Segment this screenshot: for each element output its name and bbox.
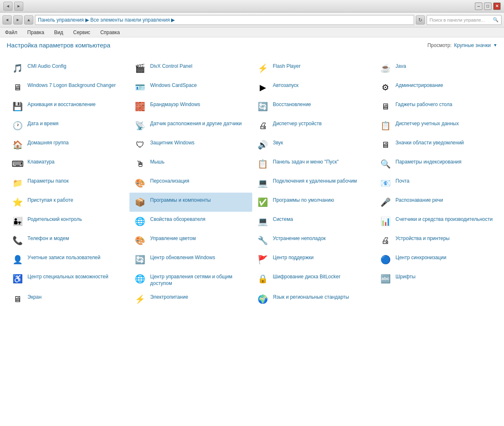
synccenter-label: Центр синхронизации — [395, 253, 446, 261]
cmi-audio-icon: 🎵 — [11, 62, 24, 75]
control-item-power[interactable]: ⚡Электропитание — [129, 290, 252, 309]
control-item-networkcenter[interactable]: 🌐Центр управления сетями и общим доступо… — [129, 269, 252, 290]
java-icon: ☕ — [379, 62, 392, 75]
control-item-keyboard[interactable]: ⌨Клавиатура — [7, 154, 129, 173]
control-item-divx[interactable]: 🎬DivX Control Panel — [129, 59, 252, 78]
control-item-useraccts[interactable]: 👤Учетные записи пользователей — [7, 250, 129, 269]
power-icon: ⚡ — [134, 292, 147, 306]
view-value[interactable]: Крупные значки — [454, 42, 491, 48]
notifyicons-label: Значки области уведомлений — [395, 138, 464, 146]
nav-forward[interactable]: ► — [13, 15, 22, 25]
control-item-defender[interactable]: 🛡Защитник Windows — [129, 135, 252, 154]
control-item-gadgets[interactable]: 🖥Гаджеты рабочего стола — [375, 97, 497, 116]
control-item-system[interactable]: 💻Система — [252, 212, 375, 231]
troubleshoot-icon: 🔧 — [256, 234, 270, 247]
control-item-autorun[interactable]: ▶Автозапуск — [252, 78, 375, 97]
control-item-perfmon[interactable]: 📊Счетчики и средства производительности — [375, 212, 497, 231]
forward-button[interactable]: ► — [14, 2, 23, 11]
control-item-remotedesktop[interactable]: 💻Подключения к удаленным рабочим — [252, 173, 375, 193]
homegroup-icon: 🏠 — [11, 138, 24, 151]
control-item-indexing[interactable]: 🔍Параметры индексирования — [375, 154, 497, 173]
menu-service[interactable]: Сервис — [72, 29, 92, 36]
devmgr-label: Диспетчер устройств — [273, 119, 322, 127]
cardspace-label: Windows CardSpace — [150, 81, 197, 89]
control-item-bitlocker[interactable]: 🔒Шифрование диска BitLocker — [252, 269, 375, 290]
accessibility-icon: ♿ — [11, 272, 24, 285]
control-item-gettingstarted[interactable]: ⭐Приступая к работе — [7, 193, 129, 212]
datetime-icon: 🕐 — [11, 119, 24, 132]
maximize-button[interactable]: □ — [484, 2, 492, 10]
fonts-label: Шрифты — [395, 272, 415, 280]
screen-icon: 🖥 — [11, 292, 24, 306]
control-item-devices[interactable]: 🖨Устройства и принтеры — [375, 231, 497, 250]
control-item-fonts[interactable]: 🔤Шрифты — [375, 269, 497, 290]
accessibility-label: Центр специальных возможностей — [27, 272, 108, 280]
menu-view[interactable]: Вид — [52, 29, 65, 36]
control-item-notifyicons[interactable]: 🖥Значки области уведомлений — [375, 135, 497, 154]
power-label: Электропитание — [150, 292, 188, 301]
control-item-language[interactable]: 🌍Язык и региональные стандарты — [252, 290, 375, 309]
control-item-mail[interactable]: 📧Почта — [375, 173, 497, 193]
control-item-screen[interactable]: 🖥Экран — [7, 290, 129, 309]
nav-back[interactable]: ◄ — [2, 15, 12, 25]
control-item-restore[interactable]: 🔄Восстановление — [252, 97, 375, 116]
control-item-taskbar[interactable]: 📋Панель задач и меню "Пуск" — [252, 154, 375, 173]
control-item-programs[interactable]: 📦Программы и компоненты — [129, 193, 252, 212]
restore-icon: 🔄 — [256, 100, 270, 113]
minimize-button[interactable]: – — [475, 2, 482, 10]
refresh-button[interactable]: ↻ — [416, 15, 425, 25]
troubleshoot-label: Устранение неполадок — [273, 234, 326, 242]
back-button[interactable]: ◄ — [3, 2, 12, 11]
close-button[interactable]: ✕ — [493, 2, 501, 10]
search-bar[interactable]: Поиск в панели управле... 🔍 — [427, 15, 502, 25]
control-item-troubleshoot[interactable]: 🔧Устранение неполадок — [252, 231, 375, 250]
menu-help[interactable]: Справка — [99, 29, 122, 36]
control-item-location[interactable]: 📡Датчик расположения и другие датчики — [129, 116, 252, 135]
nav-up[interactable]: ▲ — [24, 15, 33, 25]
breadcrumb[interactable]: Панель управления ▶ Все элементы панели … — [35, 15, 414, 25]
control-item-cmi-audio[interactable]: 🎵CMI Audio Config — [7, 59, 129, 78]
items-grid: 🎵CMI Audio Config🎬DivX Control Panel⚡Fla… — [7, 59, 497, 309]
control-item-windowsupdate[interactable]: 🔄Центр обновления Windows — [129, 250, 252, 269]
menu-edit[interactable]: Правка — [26, 29, 46, 36]
divx-icon: 🎬 — [134, 62, 147, 75]
control-item-speech[interactable]: 🎤Распознавание речи — [375, 193, 497, 212]
control-item-credmgr[interactable]: 📋Диспетчер учетных данных — [375, 116, 497, 135]
control-item-synccenter[interactable]: 🔵Центр синхронизации — [375, 250, 497, 269]
synccenter-icon: 🔵 — [379, 253, 392, 266]
control-item-devmgr[interactable]: 🖨Диспетчер устройств — [252, 116, 375, 135]
control-item-accessibility[interactable]: ♿Центр специальных возможностей — [7, 269, 129, 290]
control-item-java[interactable]: ☕Java — [375, 59, 497, 78]
networkcenter-icon: 🌐 — [134, 272, 147, 285]
gettingstarted-label: Приступая к работе — [27, 196, 73, 204]
indexing-icon: 🔍 — [379, 157, 392, 171]
menu-file[interactable]: Файл — [3, 29, 19, 36]
screen-label: Экран — [27, 292, 42, 301]
search-icon[interactable]: 🔍 — [493, 17, 499, 22]
control-item-mouse[interactable]: 🖱Мышь — [129, 154, 252, 173]
control-item-actioncenter[interactable]: 🚩Центр поддержки — [252, 250, 375, 269]
chevron-down-icon[interactable]: ▼ — [493, 43, 497, 47]
control-item-phone[interactable]: 📞Телефон и модем — [7, 231, 129, 250]
control-item-flash[interactable]: ⚡Flash Player — [252, 59, 375, 78]
control-item-admin[interactable]: ⚙Администрирование — [375, 78, 497, 97]
control-item-defaultprograms[interactable]: ✅Программы по умолчанию — [252, 193, 375, 212]
control-item-backup[interactable]: 💾Архивация и восстановление — [7, 97, 129, 116]
control-item-personalization[interactable]: 🎨Персонализация — [129, 173, 252, 193]
control-item-datetime[interactable]: 🕐Дата и время — [7, 116, 129, 135]
control-item-homegroup[interactable]: 🏠Домашняя группа — [7, 135, 129, 154]
search-placeholder: Поиск в панели управле... — [430, 17, 485, 22]
control-item-cardspace[interactable]: 🪪Windows CardSpace — [129, 78, 252, 97]
control-item-sound[interactable]: 🔊Звук — [252, 135, 375, 154]
control-item-firewall[interactable]: 🧱Брандмауэр Windows — [129, 97, 252, 116]
cardspace-icon: 🪪 — [134, 81, 147, 94]
bitlocker-label: Шифрование диска BitLocker — [273, 272, 340, 280]
title-bar-left: ◄ ► — [3, 2, 23, 11]
control-item-folderoptions[interactable]: 📁Параметры папок — [7, 173, 129, 193]
control-item-parental[interactable]: 👨‍👧Родительский контроль — [7, 212, 129, 231]
control-item-ieoptions[interactable]: 🌐Свойства обозревателя — [129, 212, 252, 231]
devices-label: Устройства и принтеры — [395, 234, 449, 242]
restore-label: Восстановление — [273, 100, 311, 108]
control-item-win7logon[interactable]: 🖥Windows 7 Logon Background Changer — [7, 78, 129, 97]
control-item-colormgmt[interactable]: 🎨Управление цветом — [129, 231, 252, 250]
